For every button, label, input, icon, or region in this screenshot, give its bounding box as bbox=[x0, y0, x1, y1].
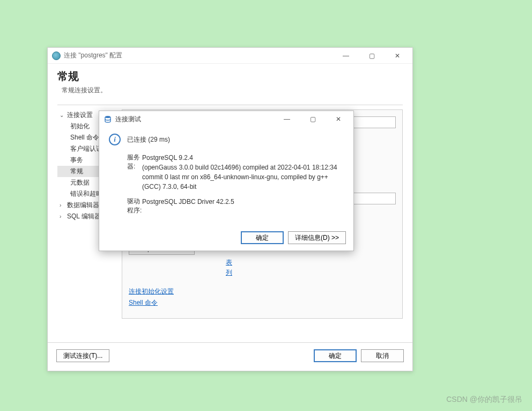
driver-value: PostgreSQL JDBC Driver 42.2.5 bbox=[142, 197, 344, 215]
modal-titlebar: 连接测试 — ▢ ✕ bbox=[99, 111, 353, 127]
server-label: 服务器: bbox=[109, 153, 142, 192]
chevron-right-icon: › bbox=[60, 214, 65, 219]
status-text: 已连接 (29 ms) bbox=[127, 135, 170, 144]
driver-row: 驱动程序: PostgreSQL JDBC Driver 42.2.5 bbox=[109, 197, 344, 215]
modal-title: 连接测试 bbox=[115, 115, 141, 124]
cancel-button[interactable]: 取消 bbox=[361, 349, 404, 362]
mid-links: 表 列 bbox=[226, 258, 232, 278]
driver-label: 驱动程序: bbox=[109, 197, 142, 215]
link-column[interactable]: 列 bbox=[226, 268, 232, 278]
connection-test-dialog: 连接测试 — ▢ ✕ i 已连接 (29 ms) 服务器: PostgreSQL… bbox=[99, 111, 354, 251]
modal-footer: 确定 详细信息(D) >> bbox=[241, 231, 346, 244]
server-row: 服务器: PostgreSQL 9.2.4 (openGauss 3.0.0 b… bbox=[109, 153, 344, 192]
watermark: CSDN @你的凯子很吊 bbox=[446, 395, 522, 405]
modal-ok-button[interactable]: 确定 bbox=[241, 231, 284, 244]
maximize-button[interactable]: ▢ bbox=[361, 49, 382, 62]
status-row: i 已连接 (29 ms) bbox=[109, 134, 344, 145]
window-title: 连接 "postgres" 配置 bbox=[64, 51, 122, 60]
link-shell-cmd[interactable]: Shell 命令 bbox=[129, 298, 158, 307]
page-subtitle: 常规连接设置。 bbox=[57, 86, 403, 99]
link-table[interactable]: 表 bbox=[226, 258, 232, 268]
main-footer: 测试连接(T)... 确定 取消 bbox=[48, 342, 412, 371]
window-controls: — ▢ ✕ bbox=[335, 49, 408, 62]
app-icon bbox=[52, 52, 61, 60]
modal-maximize-button[interactable]: ▢ bbox=[302, 113, 323, 126]
modal-details-button[interactable]: 详细信息(D) >> bbox=[288, 231, 346, 244]
page-title: 常规 bbox=[57, 69, 403, 84]
links-block: 连接初始化设置 Shell 命令 bbox=[129, 287, 396, 310]
modal-close-button[interactable]: ✕ bbox=[328, 113, 349, 126]
minimize-button[interactable]: — bbox=[335, 49, 357, 62]
svg-point-0 bbox=[105, 116, 110, 118]
close-button[interactable]: ✕ bbox=[387, 49, 408, 62]
footer-right-buttons: 确定 取消 bbox=[314, 349, 404, 362]
database-icon bbox=[104, 115, 112, 123]
modal-minimize-button[interactable]: — bbox=[276, 113, 298, 126]
test-connection-button[interactable]: 测试连接(T)... bbox=[56, 349, 109, 362]
chevron-right-icon: › bbox=[60, 202, 65, 208]
ok-button[interactable]: 确定 bbox=[314, 349, 357, 362]
main-titlebar: 连接 "postgres" 配置 — ▢ ✕ bbox=[48, 48, 412, 64]
link-init-settings[interactable]: 连接初始化设置 bbox=[129, 287, 174, 296]
page-header: 常规 常规连接设置。 bbox=[48, 64, 412, 102]
server-value: PostgreSQL 9.2.4 (openGauss 3.0.0 build … bbox=[142, 153, 344, 192]
chevron-down-icon: ⌄ bbox=[60, 112, 65, 118]
sidebar-root-label: 连接设置 bbox=[67, 111, 93, 120]
modal-body: i 已连接 (29 ms) 服务器: PostgreSQL 9.2.4 (ope… bbox=[99, 127, 353, 227]
modal-window-controls: — ▢ ✕ bbox=[276, 113, 349, 126]
info-icon: i bbox=[109, 134, 121, 145]
